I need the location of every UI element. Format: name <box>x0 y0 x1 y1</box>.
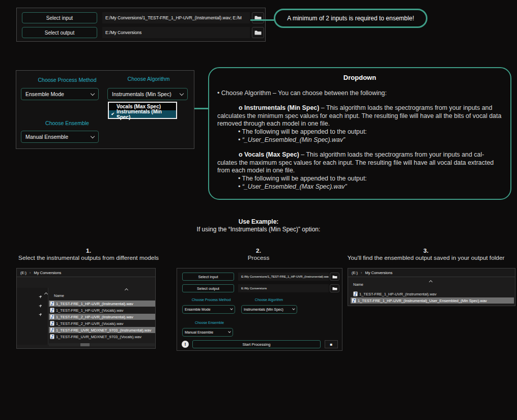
file-row[interactable]: 1_TEST-FRE_1_HP-UVR_(Instrumental)_User_… <box>351 297 514 304</box>
folder-icon <box>332 275 337 279</box>
algorithm-label: Choose Algorithm <box>242 298 296 302</box>
folder-icon <box>254 30 262 35</box>
select-output-button[interactable]: Select output <box>182 284 234 292</box>
min-spec-paragraph: o Instrumentals (Min Spec) – This algori… <box>217 104 502 128</box>
callout-connector-line <box>250 19 277 21</box>
step-1-heading: 1. Select the instrumental outputs from … <box>3 247 174 261</box>
algorithm-label: Choose Algorithm <box>110 76 187 82</box>
max-spec-suffix: • “_User_Ensembled_(Max Spec).wav” <box>238 183 502 191</box>
step-caption: Select the instrumental outputs from dif… <box>3 254 174 261</box>
stop-icon: ■ <box>330 342 333 347</box>
step-2-heading: 2. Process <box>197 247 320 261</box>
algorithm-value: Instrumentals (Min Spec) <box>244 308 283 311</box>
breadcrumb-separator-icon: › <box>30 271 31 275</box>
sort-ascending-icon[interactable] <box>44 292 48 296</box>
process-method-dropdown[interactable]: Ensemble Mode <box>21 88 99 100</box>
browse-output-button[interactable] <box>330 284 339 292</box>
process-method-value: Ensemble Mode <box>25 91 64 97</box>
step-number: 1. <box>3 247 174 254</box>
ensemble-value: Manual Ensemble <box>25 134 68 140</box>
chevron-down-icon <box>91 134 95 138</box>
info-intro: • Choose Algorithm – You can choose betw… <box>217 89 502 98</box>
input-path-field[interactable]: E:/My Conversions/1_TEST-FRE_1_HP-UVR_(I… <box>102 12 250 23</box>
ensemble-dropdown[interactable]: Manual Ensemble <box>182 328 233 337</box>
folder-icon <box>332 287 337 290</box>
sort-ascending-icon[interactable] <box>429 280 433 284</box>
browse-output-button[interactable] <box>252 27 264 38</box>
select-input-button[interactable]: Select input <box>22 12 97 23</box>
step-number: 3. <box>335 247 517 254</box>
explorer-file-list: Name 1_TEST-FRE_1_HP-UVR_(Instrumental).… <box>49 288 155 340</box>
breadcrumb-drive[interactable]: (E:) <box>352 271 358 275</box>
browse-input-button[interactable] <box>252 12 264 23</box>
horizontal-scrollbar[interactable] <box>49 343 155 346</box>
step-number: 2. <box>197 247 320 254</box>
check-icon: ✔ <box>109 112 117 116</box>
use-example-heading: Use Example: If using the “Instrumentals… <box>0 218 517 233</box>
pin-icon[interactable] <box>38 292 42 301</box>
chevron-down-icon <box>180 91 184 95</box>
audio-file-icon <box>50 327 54 333</box>
file-name: 1_TEST-FRE_2_HP-UVR_(Vocals).wav <box>56 321 124 326</box>
min-inputs-callout: A minimum of 2 inputs is required to ens… <box>274 9 427 28</box>
breadcrumb-folder[interactable]: My Conversions <box>34 271 61 275</box>
ensemble-label: Choose Ensemble <box>37 120 98 126</box>
process-method-label: Choose Process Method <box>26 77 108 83</box>
menu-item-label: Instrumentals (Min Spec) <box>117 109 176 120</box>
min-spec-bullet: • The following will be appended to the … <box>238 128 502 136</box>
file-rows: 1_TEST-FRE_1_HP-UVR_(Instrumental).wav 1… <box>49 301 155 340</box>
use-example-subtitle: If using the “Instrumentals (Min Spec)” … <box>0 226 517 233</box>
input-path-field[interactable]: E:/My Conversions/1_TEST-FRE_1_HP-UVR_(I… <box>238 273 329 281</box>
file-name: 1_TEST-FRE_1_HP-UVR_(Vocals).wav <box>56 308 124 313</box>
pin-icon[interactable] <box>38 310 42 319</box>
chevron-down-icon <box>228 330 231 333</box>
file-row[interactable]: 1_TEST-FRE_UVR_MDXNET_9703_(Instrumental… <box>49 327 155 333</box>
browse-input-button[interactable] <box>330 273 339 281</box>
name-column-header[interactable]: Name <box>353 282 363 287</box>
process-method-label: Choose Process Method <box>183 298 239 302</box>
chevron-down-icon <box>292 307 295 310</box>
algorithm-dropdown[interactable]: Instrumentals (Min Spec) <box>107 88 188 100</box>
start-processing-button[interactable]: Start Processing <box>192 340 321 348</box>
page: Select input E:/My Conversions/1_TEST-FR… <box>0 0 517 420</box>
file-name: 1_TEST-FRE_UVR_MDXNET_9703_(Instrumental… <box>56 328 151 333</box>
step-caption: You'll find the ensembled output saved i… <box>335 254 517 261</box>
output-path-field[interactable]: E:/My Conversions <box>102 27 250 38</box>
process-method-value: Ensemble Mode <box>185 308 211 311</box>
file-row[interactable]: 1_TEST-FRE_UVR_MDXNET_9703_(Vocals).wav <box>49 334 155 340</box>
infobox-connector-line <box>194 108 209 109</box>
file-row[interactable]: 1_TEST-FRE_1_HP-UVR_(Vocals).wav <box>49 307 155 313</box>
chevron-down-icon <box>230 307 233 310</box>
audio-file-icon <box>50 334 54 339</box>
file-row[interactable]: 1_TEST-FRE_1_HP-UVR_(Instrumental).wav <box>352 291 439 297</box>
breadcrumb-folder[interactable]: My Conversions <box>365 271 392 275</box>
audio-file-icon <box>50 308 54 313</box>
sort-ascending-icon[interactable] <box>125 288 128 292</box>
select-output-button[interactable]: Select output <box>22 27 97 38</box>
stop-button[interactable]: ■ <box>325 340 338 348</box>
file-row[interactable]: 1_TEST-FRE_2_HP-UVR_(Vocals).wav <box>49 320 155 326</box>
settings-panel: Choose Process Method Ensemble Mode Choo… <box>16 70 194 149</box>
breadcrumb-separator-icon: › <box>361 271 362 275</box>
name-column-header[interactable]: Name <box>54 293 64 298</box>
step-caption: Process <box>197 254 320 261</box>
file-row[interactable]: 1_TEST-FRE_1_HP-UVR_(Instrumental).wav <box>49 301 155 307</box>
output-path-field[interactable]: E:/My Conversions <box>238 284 329 292</box>
menu-item-instrumentals-min-spec[interactable]: ✔ Instrumentals (Min Spec) <box>109 110 176 118</box>
use-example-title: Use Example: <box>0 218 517 226</box>
info-icon[interactable]: ! <box>182 341 189 348</box>
breadcrumb-drive[interactable]: (E:) <box>20 271 26 275</box>
algorithm-dropdown[interactable]: Instrumentals (Min Spec) <box>241 305 297 314</box>
algorithm-value: Instrumentals (Min Spec) <box>112 91 171 97</box>
process-method-dropdown[interactable]: Ensemble Mode <box>182 305 235 314</box>
ensemble-dropdown[interactable]: Manual Ensemble <box>21 131 99 143</box>
breadcrumb: (E:) › My Conversions <box>17 268 155 277</box>
pin-icon[interactable] <box>38 301 42 310</box>
explorer-output-window: (E:) › My Conversions Name 1_TEST-FRE_1_… <box>348 268 515 306</box>
select-input-button[interactable]: Select input <box>182 273 234 281</box>
file-row[interactable]: 1_TEST-FRE_2_HP-UVR_(Instrumental).wav <box>49 314 155 320</box>
algorithm-open-menu: Vocals (Max Spec) ✔ Instrumentals (Min S… <box>108 102 177 119</box>
max-spec-lead: o Vocals (Max Spec) <box>239 151 299 158</box>
explorer-inputs-window: (E:) › My Conversions Name <box>16 268 156 349</box>
scrollbar-thumb[interactable] <box>80 343 90 346</box>
